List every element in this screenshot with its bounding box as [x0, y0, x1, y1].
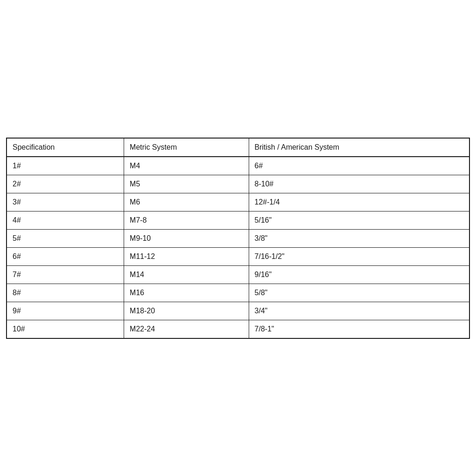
cell-specification: 1# — [7, 157, 124, 175]
cell-specification: 10# — [7, 320, 124, 338]
cell-british: 5/16" — [249, 211, 469, 229]
cell-british: 12#-1/4 — [249, 193, 469, 211]
cell-specification: 9# — [7, 302, 124, 320]
cell-metric: M7-8 — [124, 211, 249, 229]
cell-british: 3/8" — [249, 229, 469, 247]
cell-specification: 7# — [7, 265, 124, 284]
cell-metric: M4 — [124, 157, 249, 175]
table-row: 3#M612#-1/4 — [7, 193, 469, 211]
table-row: 10#M22-247/8-1" — [7, 320, 469, 338]
cell-metric: M14 — [124, 265, 249, 284]
table-row: 8#M165/8" — [7, 284, 469, 302]
cell-metric: M6 — [124, 193, 249, 211]
cell-specification: 6# — [7, 247, 124, 265]
cell-metric: M9-10 — [124, 229, 249, 247]
cell-specification: 3# — [7, 193, 124, 211]
cell-british: 6# — [249, 157, 469, 175]
table-row: 2#M58-10# — [7, 175, 469, 193]
cell-metric: M22-24 — [124, 320, 249, 338]
table-row: 6#M11-127/16-1/2" — [7, 247, 469, 265]
table-row: 1#M46# — [7, 157, 469, 175]
cell-metric: M18-20 — [124, 302, 249, 320]
table-header-row: Specification Metric System British / Am… — [7, 138, 469, 157]
cell-specification: 5# — [7, 229, 124, 247]
cell-british: 7/16-1/2" — [249, 247, 469, 265]
table-row: 4#M7-85/16" — [7, 211, 469, 229]
cell-british: 5/8" — [249, 284, 469, 302]
cell-metric: M16 — [124, 284, 249, 302]
cell-british: 7/8-1" — [249, 320, 469, 338]
cell-british: 3/4" — [249, 302, 469, 320]
cell-british: 8-10# — [249, 175, 469, 193]
table-container: Specification Metric System British / Am… — [6, 138, 470, 339]
cell-specification: 2# — [7, 175, 124, 193]
header-metric: Metric System — [124, 138, 249, 157]
table-row: 7#M149/16" — [7, 265, 469, 284]
cell-metric: M11-12 — [124, 247, 249, 265]
header-british: British / American System — [249, 138, 469, 157]
table-row: 5#M9-103/8" — [7, 229, 469, 247]
header-specification: Specification — [7, 138, 124, 157]
specification-table: Specification Metric System British / Am… — [6, 138, 470, 339]
cell-british: 9/16" — [249, 265, 469, 284]
cell-specification: 4# — [7, 211, 124, 229]
table-row: 9#M18-203/4" — [7, 302, 469, 320]
cell-specification: 8# — [7, 284, 124, 302]
cell-metric: M5 — [124, 175, 249, 193]
